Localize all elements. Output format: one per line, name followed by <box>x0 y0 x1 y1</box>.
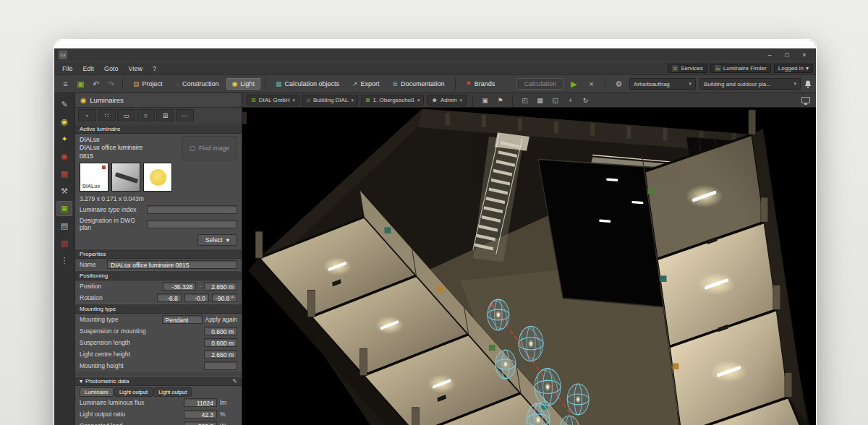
undo-icon[interactable]: ↶ <box>89 77 103 90</box>
menu-help[interactable]: ? <box>148 64 161 73</box>
user-dropdown[interactable]: ☻ Admin ▾ <box>427 95 467 106</box>
redo-icon[interactable]: ↷ <box>104 77 118 90</box>
menu-file[interactable]: File <box>57 64 78 73</box>
suspension-length-input[interactable]: 0.600 m <box>204 338 237 347</box>
position-z-input[interactable]: 2.650 m <box>204 282 237 291</box>
settings-gear-icon[interactable]: ⚙ <box>612 77 626 90</box>
light-output-ratio-input[interactable]: 42.3 <box>184 410 217 418</box>
arrangement-single-icon[interactable]: ▫ <box>78 109 96 121</box>
app-menu-icon[interactable]: ≡ <box>59 77 72 90</box>
edit-pencil-icon[interactable]: ✎ <box>232 378 237 385</box>
wrench-tool-icon[interactable]: ⚒ <box>56 184 72 199</box>
tab-light-output-2[interactable]: Light output <box>153 387 192 397</box>
tab-project[interactable]: ▤ Project <box>127 78 169 90</box>
scene-tool-icon[interactable]: ▣ <box>56 201 72 216</box>
name-input[interactable]: DIALux office luminaire 0815 <box>107 260 237 269</box>
floor-dropdown[interactable]: ≣ 1. Obergeschoß ▾ <box>361 95 425 106</box>
separator <box>512 95 513 106</box>
suspension-length-row: Suspension length 0.600 m <box>75 337 242 348</box>
arrangement-grid-icon[interactable]: ⊞ <box>156 109 174 121</box>
workflow-dropdown[interactable]: Arbeitsauftrag ▾ <box>629 78 696 90</box>
luminous-flux-input[interactable]: 11024 <box>184 398 217 407</box>
minimize-button[interactable]: – <box>761 49 778 61</box>
cancel-calculation-icon[interactable]: × <box>584 77 598 90</box>
type-index-input[interactable] <box>147 205 237 214</box>
tab-documentation[interactable]: ≣ Documentation <box>387 78 451 90</box>
separator <box>605 78 605 90</box>
manufacturer-logo-thumbnail[interactable]: DIALux <box>80 163 109 192</box>
notifications-bell-icon[interactable] <box>804 80 812 88</box>
suspension-input[interactable]: 0.600 m <box>204 327 237 335</box>
tab-brands[interactable]: ⚑ Brands <box>460 78 501 90</box>
zoom-plus-icon[interactable]: + <box>564 95 576 106</box>
menu-bar: File Edit Goto View ? D Services Lx Lumi… <box>54 61 816 74</box>
chevron-down-icon: ▾ <box>806 65 809 72</box>
arrangement-circle-icon[interactable]: ○ <box>137 109 155 121</box>
suspension-row: Suspension or mounting 0.600 m <box>75 325 242 337</box>
app-window: Lx – □ × File Edit Goto View ? D Service… <box>54 40 816 425</box>
connected-load-input[interactable]: 328.8 <box>184 421 217 425</box>
plan-flag-icon[interactable]: ⚑ <box>494 95 506 106</box>
select-button[interactable]: Select ▾ <box>197 234 237 246</box>
arrangement-tool-icon[interactable]: ▦ <box>56 166 72 181</box>
tab-construction[interactable]: ⌂ Construction <box>170 78 225 90</box>
app-icon: Lx <box>59 51 67 59</box>
3d-scene[interactable] <box>242 108 816 425</box>
arrangement-toolbar: ▫ ∷ ▭ ○ ⊞ ⋯ <box>75 108 242 124</box>
view-mode-dropdown[interactable]: Building and outdoor pla... ▾ <box>699 78 801 90</box>
rotation-y-input[interactable]: -0.0 <box>184 293 209 302</box>
panel-title: ◉ Luminaires <box>75 93 242 108</box>
services-button[interactable]: D Services <box>668 64 707 73</box>
close-button[interactable]: × <box>796 49 813 61</box>
mounting-height-input[interactable] <box>204 361 237 370</box>
more-tools-icon[interactable]: ⋮ <box>56 253 72 268</box>
luminaire-finder-button[interactable]: Lx Luminaire Finder <box>710 64 771 73</box>
ldc-diagram-thumbnail[interactable] <box>143 163 172 192</box>
mounting-type-select[interactable]: Pendant <box>162 315 203 324</box>
edit-tool-icon[interactable]: ✎ <box>56 97 72 112</box>
light-centre-height-row: Light centre height 2.650 m <box>75 348 242 360</box>
rotation-z-input[interactable]: -90.8 ° <box>212 293 237 302</box>
light-centre-height-input[interactable]: 2.650 m <box>204 350 237 359</box>
dwg-input[interactable] <box>147 220 237 228</box>
arrangement-line-icon[interactable]: ▭ <box>117 109 135 121</box>
rotation-x-input[interactable]: -6.8 <box>157 293 182 302</box>
tab-calculation-objects[interactable]: ▦ Calculation objects <box>270 78 345 90</box>
tab-export[interactable]: ↗ Export <box>346 78 386 90</box>
refresh-view-icon[interactable]: ↻ <box>579 95 592 106</box>
company-dropdown[interactable]: ⊞ DIAL GmbH ▾ <box>247 95 299 106</box>
active-plan-cube-icon[interactable]: ▣ <box>479 95 491 106</box>
save-icon[interactable]: ▣ <box>74 77 88 90</box>
luminaire-photo-thumbnail[interactable] <box>111 163 140 192</box>
group-tool-icon[interactable]: ▤ <box>56 218 72 233</box>
menu-goto[interactable]: Goto <box>99 64 124 73</box>
view-perspective-icon[interactable]: ◰ <box>519 95 531 106</box>
section-photometric-data[interactable]: ▾ Photometric data ✎ <box>75 376 242 386</box>
menu-view[interactable]: View <box>124 64 148 73</box>
position-x-input[interactable]: -36.328 <box>163 282 196 291</box>
light-scene-tool-icon[interactable]: ✦ <box>56 132 72 147</box>
maximize-button[interactable]: □ <box>778 49 796 61</box>
luminaire-tool-icon[interactable]: ◉ <box>56 114 72 129</box>
menu-edit[interactable]: Edit <box>78 64 100 73</box>
display-icon[interactable] <box>799 95 812 106</box>
view-plan-icon[interactable]: ◱ <box>549 95 561 106</box>
logged-in-button[interactable]: Logged in ▾ <box>774 64 813 73</box>
find-image-button[interactable]: ▢ Find image <box>182 136 237 160</box>
tab-light[interactable]: ◉ Light <box>226 78 260 90</box>
tab-luminaire[interactable]: Luminaire <box>80 387 114 397</box>
services-icon: D <box>672 65 678 72</box>
manufacturer-label: DIALux <box>80 136 182 144</box>
start-calculation-play-icon[interactable]: ▶ <box>567 77 581 90</box>
calculation-objects-icon: ▦ <box>276 81 282 87</box>
tab-light-output-1[interactable]: Light output <box>114 387 153 397</box>
apply-again-link[interactable]: Apply again <box>205 316 237 323</box>
arrangement-more-icon[interactable]: ⋯ <box>176 109 194 121</box>
view-grid-icon[interactable]: ▦ <box>534 95 546 106</box>
separator <box>472 95 473 106</box>
lamp-tool-icon[interactable]: ◉ <box>56 149 72 164</box>
3d-canvas[interactable] <box>242 108 816 425</box>
arrangement-field-icon[interactable]: ∷ <box>98 109 116 121</box>
building-dropdown[interactable]: ⌂ Building DIAL ▾ <box>302 95 358 106</box>
filter-tool-icon[interactable]: ▥ <box>56 236 72 251</box>
